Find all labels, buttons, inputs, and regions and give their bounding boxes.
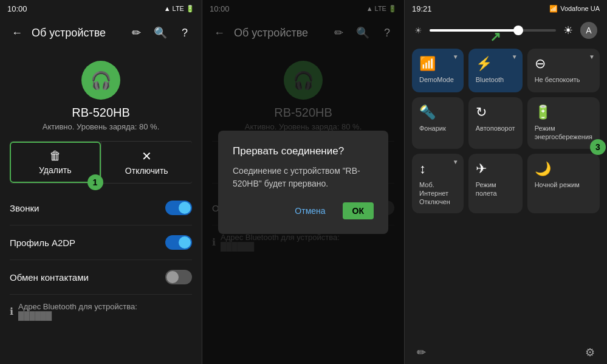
qs-tile-airplane[interactable]: ✈ Режим полета [468,154,523,214]
address-value-left: ██████ [18,311,137,320]
brightness-high-icon: ☀ [563,24,573,37]
bluetooth-arrow: ▼ [512,53,518,60]
device-status-left: Активно. Уровень заряда: 80 %. [43,122,160,131]
a2dp-label: Профиль A2DP [10,238,75,248]
brightness-low-icon: ☀ [414,26,422,35]
step-badge-3: 3 [590,139,606,155]
demomode-arrow: ▼ [453,53,459,60]
left-panel: 10:00 ▲ LTE 🔋 ← Об устройстве ✏ 🔍 ? 🎧 RB… [0,0,202,364]
address-label-left: Адрес Bluetooth для устройства: [18,302,137,311]
brightness-thumb [513,26,523,35]
wifi-icon: 📶 [419,56,436,72]
disconnect-icon-left: ✕ [142,149,152,163]
search-button-left[interactable]: 🔍 [151,23,170,43]
status-icons-left: ▲ LTE 🔋 [164,5,194,13]
carrier-name: Vodafone UA [560,5,600,12]
trash-icon-left: 🗑 [49,149,61,163]
action-row-left: 🗑 Удалить 1 ✕ Отключить [10,141,192,184]
dialog-message: Соединение с устройством "RB-520НВ" буде… [233,165,374,190]
airplane-icon: ✈ [476,161,487,177]
night-label: Ночной режим [535,180,580,189]
qs-tile-demomode[interactable]: 📶 DemoMode ▼ [412,49,464,92]
device-icon-left: 🎧 [81,61,120,100]
nodisturb-label: Не беспокоить [535,75,580,84]
dialog-overlay: Прервать соединение? Соединение с устрой… [202,0,404,364]
contacts-toggle[interactable] [165,270,192,284]
bluetooth-label: Bluetooth [476,75,504,84]
qs-tiles-grid: 📶 DemoMode ▼ ⚡ Bluetooth ▼ ↗ ⊖ Не беспок… [405,44,607,218]
carrier-right: 📶 Vodafone UA [549,5,600,13]
calls-toggle[interactable] [165,201,192,215]
device-name-left: RB-520HB [72,106,130,120]
step-badge-1: 1 [87,174,103,190]
dialog-actions: Отмена ОК [233,202,374,219]
qs-tile-autorotate[interactable]: ↻ Автоповорот [468,97,523,149]
demomode-label: DemoMode [419,75,454,84]
calls-setting: Звонки [10,191,192,225]
contacts-toggle-knob [166,271,179,283]
edit-bottom-icon[interactable]: ✏ [417,346,426,359]
airplane-label: Режим полета [476,180,515,198]
info-icon-left: ℹ [10,306,13,317]
contacts-setting: Обмен контактами [10,260,192,295]
mobile-arrow: ▼ [453,159,459,165]
disconnect-label-left: Отключить [125,166,168,176]
mobile-icon: ↕ [419,161,426,177]
qs-tile-battery[interactable]: 🔋 Режим энергосбережения 3 [527,97,600,149]
address-row-left: ℹ Адрес Bluetooth для устройства: ██████ [0,295,202,328]
calls-toggle-knob [179,202,191,214]
page-title-left: Об устройстве [32,27,122,39]
status-bar-left: 10:00 ▲ LTE 🔋 [0,0,202,17]
dialog-title: Прервать соединение? [233,145,374,157]
qs-bottom-bar: ✏ ⚙ [405,341,607,364]
brightness-row: ☀ ☀ A [405,17,607,44]
qs-tile-nodisturb[interactable]: ⊖ Не беспокоить ▼ [527,49,600,92]
dialog-cancel-button[interactable]: Отмена [287,202,332,219]
a2dp-toggle[interactable] [165,235,192,250]
carrier-icon: 📶 [549,5,558,13]
disconnect-button-left[interactable]: ✕ Отключить [101,142,193,183]
autorotate-icon: ↻ [476,105,487,120]
nodisturb-arrow: ▼ [589,53,595,60]
delete-button-left[interactable]: 🗑 Удалить 1 [10,142,101,183]
mobile-label: Моб. ИнтернетОтключен [419,180,456,207]
settings-list-left: Звонки Профиль A2DP Обмен контактами [0,191,202,295]
a2dp-toggle-knob [179,236,191,249]
nodisturb-icon: ⊖ [535,56,546,72]
qs-tile-night[interactable]: 🌙 Ночной режим [527,154,600,214]
brightness-fill [430,29,518,32]
night-icon: 🌙 [535,161,551,177]
time-right: 19:21 [412,4,432,13]
help-button-left[interactable]: ? [175,23,194,43]
autorotate-label: Автоповорот [476,124,515,132]
calls-label: Звонки [10,203,39,213]
brightness-slider[interactable] [430,29,556,32]
edit-button-left[interactable]: ✏ [126,23,146,43]
status-bar-right: 19:21 📶 Vodafone UA [405,0,607,17]
device-header-left: 🎧 RB-520HB Активно. Уровень заряда: 80 %… [0,49,202,191]
qs-tile-bluetooth[interactable]: ⚡ Bluetooth ▼ ↗ [468,49,523,92]
dialog-ok-button[interactable]: ОК [343,202,374,219]
time-left: 10:00 [7,4,27,13]
qs-tile-mobile[interactable]: ↕ Моб. ИнтернетОтключен ▼ [412,154,464,214]
delete-label-left: Удалить [39,165,71,175]
middle-panel: 10:00 ▲ LTE 🔋 ← Об устройстве ✏ 🔍 ? 🎧 RB… [202,0,405,364]
right-panel: 19:21 📶 Vodafone UA ☀ ☀ A 📶 DemoMode ▼ ⚡… [405,0,607,364]
back-button-left[interactable]: ← [7,23,27,43]
battery-icon: 🔋 [535,105,551,120]
settings-bottom-icon[interactable]: ⚙ [585,346,595,359]
qs-tile-torch[interactable]: 🔦 Фонарик [412,97,464,149]
torch-label: Фонарик [419,124,446,132]
battery-label: Режим энергосбережения [535,124,592,142]
torch-icon: 🔦 [419,105,436,120]
bluetooth-icon: ⚡ [476,56,492,72]
user-avatar: A [580,22,597,39]
app-bar-left: ← Об устройстве ✏ 🔍 ? [0,17,202,49]
a2dp-setting: Профиль A2DP [10,225,192,260]
disconnect-dialog: Прервать соединение? Соединение с устрой… [218,131,388,234]
contacts-label: Обмен контактами [10,272,89,283]
